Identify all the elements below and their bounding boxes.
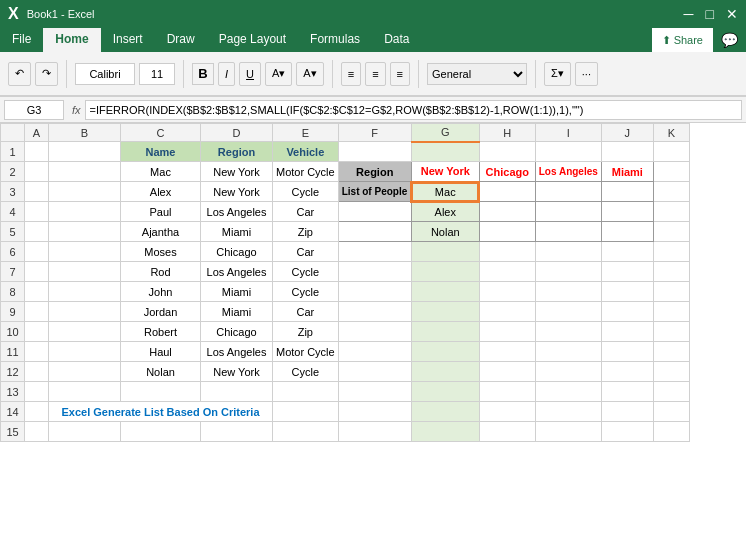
cell-a1[interactable] bbox=[25, 142, 49, 162]
cell-a7[interactable] bbox=[25, 262, 49, 282]
cell-k6[interactable] bbox=[653, 242, 689, 262]
cell-h9[interactable] bbox=[479, 302, 535, 322]
cell-c4[interactable]: Paul bbox=[121, 202, 201, 222]
cell-e2[interactable]: Motor Cycle bbox=[273, 162, 339, 182]
cell-h10[interactable] bbox=[479, 322, 535, 342]
tab-draw[interactable]: Draw bbox=[155, 28, 207, 52]
cell-d13[interactable] bbox=[201, 382, 273, 402]
cell-a5[interactable] bbox=[25, 222, 49, 242]
cell-e11[interactable]: Motor Cycle bbox=[273, 342, 339, 362]
cell-j11[interactable] bbox=[601, 342, 653, 362]
cell-c11[interactable]: Haul bbox=[121, 342, 201, 362]
cell-b10[interactable] bbox=[49, 322, 121, 342]
tab-insert[interactable]: Insert bbox=[101, 28, 155, 52]
undo-button[interactable]: ↶ bbox=[8, 62, 31, 86]
cell-i2[interactable]: Los Angeles bbox=[535, 162, 601, 182]
row-header-15[interactable]: 15 bbox=[1, 422, 25, 442]
cell-g6[interactable] bbox=[411, 242, 479, 262]
align-left-button[interactable]: ≡ bbox=[341, 62, 361, 86]
cell-a10[interactable] bbox=[25, 322, 49, 342]
cell-c9[interactable]: Jordan bbox=[121, 302, 201, 322]
cell-a4[interactable] bbox=[25, 202, 49, 222]
cell-d5[interactable]: Miami bbox=[201, 222, 273, 242]
cell-h12[interactable] bbox=[479, 362, 535, 382]
align-center-button[interactable]: ≡ bbox=[365, 62, 385, 86]
fill-color-button[interactable]: A▾ bbox=[265, 62, 292, 86]
cell-j15[interactable] bbox=[601, 422, 653, 442]
cell-c3[interactable]: Alex bbox=[121, 182, 201, 202]
cell-i14[interactable] bbox=[535, 402, 601, 422]
row-header-14[interactable]: 14 bbox=[1, 402, 25, 422]
cell-e13[interactable] bbox=[273, 382, 339, 402]
cell-h14[interactable] bbox=[479, 402, 535, 422]
cell-b1[interactable] bbox=[49, 142, 121, 162]
cell-d10[interactable]: Chicago bbox=[201, 322, 273, 342]
cell-c6[interactable]: Moses bbox=[121, 242, 201, 262]
cell-d1[interactable]: Region bbox=[201, 142, 273, 162]
cell-i8[interactable] bbox=[535, 282, 601, 302]
cell-b5[interactable] bbox=[49, 222, 121, 242]
cell-i5[interactable] bbox=[535, 222, 601, 242]
cell-k8[interactable] bbox=[653, 282, 689, 302]
cell-e10[interactable]: Zip bbox=[273, 322, 339, 342]
row-header-2[interactable]: 2 bbox=[1, 162, 25, 182]
cell-f13[interactable] bbox=[338, 382, 411, 402]
col-header-f[interactable]: F bbox=[338, 124, 411, 142]
cell-h8[interactable] bbox=[479, 282, 535, 302]
cell-a14[interactable] bbox=[25, 402, 49, 422]
cell-k1[interactable] bbox=[653, 142, 689, 162]
cell-j5[interactable] bbox=[601, 222, 653, 242]
cell-e15[interactable] bbox=[273, 422, 339, 442]
cell-j10[interactable] bbox=[601, 322, 653, 342]
cell-b12[interactable] bbox=[49, 362, 121, 382]
cell-a6[interactable] bbox=[25, 242, 49, 262]
cell-i11[interactable] bbox=[535, 342, 601, 362]
col-header-c[interactable]: C bbox=[121, 124, 201, 142]
cell-b7[interactable] bbox=[49, 262, 121, 282]
col-header-j[interactable]: J bbox=[601, 124, 653, 142]
cell-f9[interactable] bbox=[338, 302, 411, 322]
cell-g5[interactable]: Nolan bbox=[411, 222, 479, 242]
cell-c15[interactable] bbox=[121, 422, 201, 442]
cell-d12[interactable]: New York bbox=[201, 362, 273, 382]
cell-i3[interactable] bbox=[535, 182, 601, 202]
row-header-7[interactable]: 7 bbox=[1, 262, 25, 282]
cell-a13[interactable] bbox=[25, 382, 49, 402]
cell-e14[interactable] bbox=[273, 402, 339, 422]
cell-a3[interactable] bbox=[25, 182, 49, 202]
col-header-b[interactable]: B bbox=[49, 124, 121, 142]
cell-g1[interactable] bbox=[411, 142, 479, 162]
cell-j14[interactable] bbox=[601, 402, 653, 422]
cell-j7[interactable] bbox=[601, 262, 653, 282]
cell-b2[interactable] bbox=[49, 162, 121, 182]
cell-b3[interactable] bbox=[49, 182, 121, 202]
row-header-3[interactable]: 3 bbox=[1, 182, 25, 202]
cell-f12[interactable] bbox=[338, 362, 411, 382]
cell-i10[interactable] bbox=[535, 322, 601, 342]
cell-j8[interactable] bbox=[601, 282, 653, 302]
maximize-icon[interactable]: □ bbox=[706, 6, 714, 22]
cell-a9[interactable] bbox=[25, 302, 49, 322]
tab-file[interactable]: File bbox=[0, 28, 43, 52]
cell-j1[interactable] bbox=[601, 142, 653, 162]
cell-e12[interactable]: Cycle bbox=[273, 362, 339, 382]
cell-d8[interactable]: Miami bbox=[201, 282, 273, 302]
format-dropdown[interactable]: General Number Currency bbox=[427, 63, 527, 85]
cell-c12[interactable]: Nolan bbox=[121, 362, 201, 382]
cell-g13[interactable] bbox=[411, 382, 479, 402]
cell-h13[interactable] bbox=[479, 382, 535, 402]
cell-j3[interactable] bbox=[601, 182, 653, 202]
row-header-4[interactable]: 4 bbox=[1, 202, 25, 222]
cell-g9[interactable] bbox=[411, 302, 479, 322]
cell-a8[interactable] bbox=[25, 282, 49, 302]
row-header-8[interactable]: 8 bbox=[1, 282, 25, 302]
cell-i13[interactable] bbox=[535, 382, 601, 402]
cell-c10[interactable]: Robert bbox=[121, 322, 201, 342]
cell-g7[interactable] bbox=[411, 262, 479, 282]
cell-f11[interactable] bbox=[338, 342, 411, 362]
bold-button[interactable]: B bbox=[192, 63, 214, 85]
cell-d6[interactable]: Chicago bbox=[201, 242, 273, 262]
cell-h4[interactable] bbox=[479, 202, 535, 222]
col-header-h[interactable]: H bbox=[479, 124, 535, 142]
cell-i1[interactable] bbox=[535, 142, 601, 162]
